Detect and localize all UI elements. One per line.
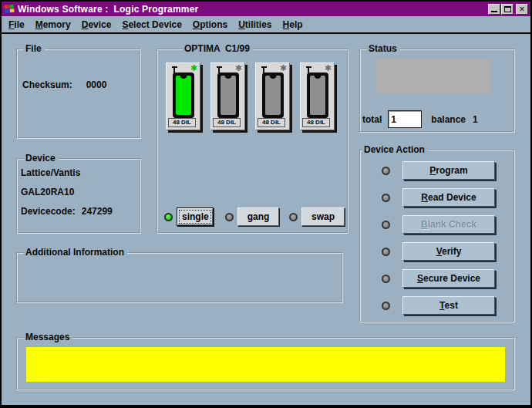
messages-group: Messages <box>16 337 515 390</box>
secure-device-led-icon <box>382 275 390 283</box>
action-rows: Program Read Device Blank Check Verify S… <box>361 151 513 315</box>
single-mode-led-icon <box>164 213 173 221</box>
zif-socket-icon <box>262 72 284 118</box>
status-group: Status total balance 1 <box>359 49 515 133</box>
zif-lever-icon <box>261 66 267 68</box>
menu-file[interactable]: File <box>3 19 30 30</box>
zif-lever-icon <box>217 66 222 68</box>
blank-check-button: Blank Check <box>402 215 495 234</box>
action-row-secure: Secure Device <box>382 269 513 288</box>
read-device-button[interactable]: Read Device <box>402 188 495 207</box>
socket-row: ✱ 48 DIL ✱ 48 DIL ✱ 48 DIL <box>166 62 335 130</box>
close-button[interactable]: × <box>516 4 528 15</box>
action-row-program: Program <box>382 161 513 180</box>
action-row-blank-check: Blank Check <box>382 215 513 234</box>
swap-mode-button[interactable]: swap <box>301 207 345 226</box>
socket-active-icon: ✱ <box>190 63 197 72</box>
read-device-led-icon <box>382 194 390 202</box>
total-input[interactable] <box>388 110 422 128</box>
devicecode-label: Devicecode: <box>21 202 76 221</box>
status-group-title: Status <box>367 43 400 54</box>
socket-3: ✱ 48 DIL <box>255 62 290 130</box>
socket-2: ✱ 48 DIL <box>210 62 245 130</box>
socket-idle-icon: ✱ <box>280 63 287 72</box>
app-window: Windows Software : Logic Programmer × Fi… <box>2 2 530 405</box>
socket-1: ✱ 48 DIL <box>166 62 200 130</box>
test-led-icon <box>382 302 390 310</box>
action-row-verify: Verify <box>382 242 513 261</box>
device-action-group-title: Device Action <box>362 144 428 155</box>
gang-mode-led-icon <box>225 213 234 221</box>
socket-3-label: 48 DIL <box>258 118 285 127</box>
messages-group-title: Messages <box>24 332 72 342</box>
device-manufacturer: Lattice/Vantis <box>21 164 140 183</box>
zif-socket-icon <box>217 72 239 118</box>
verify-button[interactable]: Verify <box>402 242 495 261</box>
menu-bar: File Memory Device Select Device Options… <box>2 16 530 34</box>
client-area: File Checksum: 0000 OPTIMA C1/99 ✱ 48 DI… <box>2 34 530 405</box>
blank-check-led-icon <box>382 221 390 229</box>
menu-memory[interactable]: Memory <box>30 19 76 30</box>
zif-lever-icon <box>172 66 177 68</box>
balance-label: balance <box>431 114 466 125</box>
swap-mode-led-icon <box>289 213 298 221</box>
zif-socket-icon <box>173 72 194 118</box>
checksum-value: 0000 <box>86 79 107 90</box>
balance-value: 1 <box>473 114 478 125</box>
zif-socket-icon <box>307 72 328 118</box>
menu-options[interactable]: Options <box>187 19 233 30</box>
test-button[interactable]: Test <box>402 296 495 315</box>
additional-info-group: Additional Information <box>16 252 343 303</box>
device-part: GAL20RA10 <box>21 183 140 202</box>
socket-2-label: 48 DIL <box>213 118 241 127</box>
device-code-row: Devicecode: 247299 <box>21 202 140 221</box>
minimize-icon <box>491 11 497 12</box>
window-title: Windows Software : Logic Programmer <box>18 4 488 15</box>
programmer-group: OPTIMA C1/99 ✱ 48 DIL ✱ 48 DIL ✱ <box>157 49 348 234</box>
program-button[interactable]: Program <box>402 161 495 180</box>
program-led-icon <box>382 167 390 175</box>
action-row-test: Test <box>382 296 513 315</box>
menu-help[interactable]: Help <box>278 19 308 30</box>
message-area <box>26 347 505 382</box>
socket-idle-icon: ✱ <box>325 63 332 72</box>
window-frame: Windows Software : Logic Programmer × Fi… <box>0 0 532 408</box>
socket-idle-icon: ✱ <box>235 63 242 72</box>
programmer-group-title: OPTIMA C1/99 <box>183 43 253 54</box>
gang-mode-button[interactable]: gang <box>237 207 279 226</box>
socket-4-label: 48 DIL <box>302 118 330 127</box>
maximize-button[interactable] <box>501 4 513 15</box>
socket-1-label: 48 DIL <box>168 118 196 127</box>
minimize-button[interactable] <box>488 4 500 15</box>
menu-utilities[interactable]: Utilities <box>233 19 277 30</box>
devicecode-value: 247299 <box>82 202 113 221</box>
file-group-title: File <box>24 43 45 54</box>
status-row: total balance 1 <box>362 110 478 128</box>
socket-4: ✱ 48 DIL <box>300 62 335 130</box>
device-group-title: Device <box>24 153 59 164</box>
action-row-read: Read Device <box>382 188 513 207</box>
device-info: Lattice/Vantis GAL20RA10 Devicecode: 247… <box>18 160 140 221</box>
verify-led-icon <box>382 248 390 256</box>
single-mode-button[interactable]: single <box>177 207 214 226</box>
close-icon: × <box>519 5 524 13</box>
menu-select-device[interactable]: Select Device <box>116 19 187 30</box>
checksum-row: Checksum: 0000 <box>18 79 140 90</box>
device-action-group: Device Action Program Read Device Blank … <box>359 150 515 322</box>
maximize-icon <box>504 6 511 12</box>
file-group: File Checksum: 0000 <box>16 49 141 139</box>
windows-flag-icon[interactable] <box>3 4 15 15</box>
menu-device[interactable]: Device <box>76 19 117 30</box>
checksum-label: Checksum: <box>22 79 72 90</box>
status-display <box>375 59 491 93</box>
device-group: Device Lattice/Vantis GAL20RA10 Deviceco… <box>16 158 141 234</box>
total-label: total <box>362 114 382 125</box>
zif-lever-icon <box>306 66 311 68</box>
additional-info-title: Additional Information <box>24 247 127 258</box>
mode-row: single gang swap <box>164 207 345 226</box>
secure-device-button[interactable]: Secure Device <box>402 269 495 288</box>
title-bar[interactable]: Windows Software : Logic Programmer × <box>2 2 530 16</box>
